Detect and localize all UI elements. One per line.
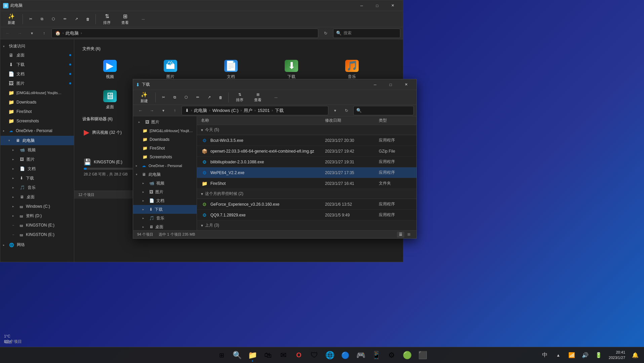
popup-forward-button[interactable]: → xyxy=(147,106,157,115)
popup-delete-button[interactable]: 🗑 xyxy=(215,94,226,101)
taskbar-game-button[interactable]: 🎮 xyxy=(353,348,368,363)
file-row-fireshot-folder[interactable]: 📁 FireShot 2023/1/27 16:41 文件夹 xyxy=(197,178,416,189)
taskbar-arrow-button[interactable]: ▲ xyxy=(552,349,564,361)
folder-videos[interactable]: ▶ 视频 xyxy=(80,54,140,85)
popup-minimize-button[interactable]: ─ xyxy=(367,79,383,90)
taskbar-phone-button[interactable]: 📱 xyxy=(369,348,384,363)
file-row-bcut[interactable]: ⚙ Bcut-Win3.3.5.exe 2023/1/27 20:30 应用程序 xyxy=(197,135,416,146)
taskbar-office-button[interactable]: O xyxy=(291,348,306,363)
taskbar-settings-button[interactable]: ⚙ xyxy=(384,348,399,363)
popup-maximize-button[interactable]: □ xyxy=(383,79,398,90)
taskbar-edge-button[interactable]: 🌐 xyxy=(322,348,337,363)
psb-item-music3[interactable]: ▸ 🎵 音乐 xyxy=(133,214,197,223)
sidebar-item-downloads[interactable]: ⬇ 下载 xyxy=(0,60,74,69)
popup-close-button[interactable]: ✕ xyxy=(398,79,414,90)
sidebar-item-videos[interactable]: ▸ 📹 视频 xyxy=(0,145,74,155)
close-button[interactable]: ✕ xyxy=(385,0,400,11)
taskbar-security-button[interactable]: 🛡 xyxy=(307,348,322,363)
start-button[interactable]: ⊞ xyxy=(214,348,229,363)
delete-button[interactable]: 🗑 xyxy=(83,16,93,23)
group-thismonth[interactable]: ▾ 这个月的早些时候 (2) xyxy=(197,189,416,199)
psb-item-pics3[interactable]: ▸ 🖼 图片 xyxy=(133,188,197,196)
forward-button[interactable]: → xyxy=(15,29,25,38)
recent-button[interactable]: ▾ xyxy=(27,29,37,38)
group-lastmonth[interactable]: ▾ 上月 (3) xyxy=(197,220,416,230)
sidebar-item-dmg[interactable]: 📁 [DMG&LoliHouse] Youjitsu 2 [WebRi... xyxy=(0,88,74,97)
taskbar-notification-button[interactable]: 🔔 xyxy=(629,349,641,361)
sidebar-item-ddrive[interactable]: ▸ 🖴 资料 (D:) xyxy=(0,211,74,220)
rename-button[interactable]: ✏ xyxy=(60,15,70,23)
psb-item-screenshots2[interactable]: 📁 Screenshots xyxy=(133,153,197,161)
sidebar-item-thispc[interactable]: ▾ 🖥 此电脑 xyxy=(0,136,74,145)
file-row-bili[interactable]: ⚙ bilibiliuploader-2.3.0.1088.exe 2023/1… xyxy=(197,157,416,167)
popup-share-button[interactable]: ↗ xyxy=(204,94,214,101)
popup-cut-button[interactable]: ✂ xyxy=(158,94,168,101)
view-button[interactable]: ⊞ 查看 xyxy=(117,12,133,27)
minimize-button[interactable]: ─ xyxy=(354,0,369,11)
popup-paste-button[interactable]: ⬡ xyxy=(181,94,191,101)
popup-search-box[interactable]: 🔍 xyxy=(353,106,414,115)
sidebar-item-downloads-folder[interactable]: 📁 Downloads xyxy=(0,97,74,107)
group-today[interactable]: ▾ 今天 (5) xyxy=(197,125,416,135)
taskbar-explorer-button[interactable]: 📁 xyxy=(245,348,260,363)
quick-access-header[interactable]: ▾ 快速访问 xyxy=(0,42,74,50)
sidebar-item-edrive[interactable]: – 🖴 KINGSTON (E:) xyxy=(0,220,74,230)
popup-sort-button[interactable]: ⇅ 排序 xyxy=(231,91,248,104)
sort-button[interactable]: ⇅ 排序 xyxy=(98,12,115,27)
taskbar-chrome-button[interactable]: 🔵 xyxy=(338,348,353,363)
popup-view-button[interactable]: ⊞ 查看 xyxy=(249,91,266,104)
taskbar-green-button[interactable]: 🟢 xyxy=(400,348,414,363)
psb-item-pictures[interactable]: ▸ 🖼 图片 xyxy=(133,118,197,126)
popup-new-button[interactable]: ✨ 新建 xyxy=(136,90,153,105)
sidebar-item-edrive2[interactable]: – 🖴 KINGSTON (E:) xyxy=(0,230,74,239)
popup-dropdown-button[interactable]: ▾ xyxy=(330,106,340,115)
popup-recent-button[interactable]: ▾ xyxy=(159,106,168,115)
psb-item-videos2[interactable]: ▸ 📹 视频 xyxy=(133,179,197,188)
cut-button[interactable]: ✂ xyxy=(26,15,36,23)
file-row-wepe[interactable]: ⚙ WePE64_V2.2.exe 2023/1/27 17:35 应用程序 xyxy=(197,167,416,178)
refresh-button[interactable]: ↻ xyxy=(321,29,330,38)
taskbar-search-button[interactable]: 🔍 xyxy=(230,348,244,363)
grid-view-btn[interactable]: ⊞ xyxy=(405,232,412,238)
sidebar-item-screenshots[interactable]: 📁 Screenshots xyxy=(0,116,74,126)
taskbar-mail-button[interactable]: ✉ xyxy=(276,348,291,363)
file-row-qq97[interactable]: ⚙ QQ9.7.1.28929.exe 2023/1/5 9:49 应用程序 xyxy=(197,210,416,220)
search-box[interactable]: 🔍 搜索 xyxy=(333,29,400,38)
sidebar-item-pics2[interactable]: ▸ 🖼 图片 xyxy=(0,155,74,164)
file-row-openwrt[interactable]: 📦 openwrt-22.03.3-x86-64-generic-ext4-co… xyxy=(197,146,416,157)
popup-more-button[interactable]: ··· xyxy=(268,94,284,101)
popup-up-button[interactable]: ↑ xyxy=(170,106,179,115)
taskbar-wifi-button[interactable]: 📶 xyxy=(566,349,578,361)
psb-item-dmg[interactable]: 📁 [DMG&LoliHouse] Youjitsu 2 [Web... xyxy=(133,126,197,135)
sidebar-item-desktop2[interactable]: ▸ 🖥 桌面 xyxy=(0,192,74,202)
back-button[interactable]: ← xyxy=(3,29,12,38)
psb-item-desktop3[interactable]: ▸ 🖥 桌面 xyxy=(133,223,197,230)
up-button[interactable]: ↑ xyxy=(39,29,49,38)
taskbar-store-button[interactable]: 🛍 xyxy=(260,348,275,363)
new-button[interactable]: ✨ 新建 xyxy=(3,12,20,27)
taskbar-battery-button[interactable]: 🔋 xyxy=(593,349,605,361)
popup-refresh-button[interactable]: ↻ xyxy=(342,106,351,115)
psb-item-docs3[interactable]: ▸ 📄 文档 xyxy=(133,196,197,205)
sidebar-item-pictures[interactable]: 🖼 图片 xyxy=(0,79,74,88)
copy-button[interactable]: ⧉ xyxy=(37,15,47,23)
popup-copy-button[interactable]: ⧉ xyxy=(170,94,180,101)
onedrive-header[interactable]: ▸ ☁ OneDrive - Personal xyxy=(0,127,74,134)
sidebar-item-cdrive[interactable]: ▸ 🖴 Windows (C:) xyxy=(0,202,74,211)
share-button[interactable]: ↗ xyxy=(71,15,81,23)
psb-header-onedrive[interactable]: ▸ ☁ OneDrive - Personal xyxy=(133,161,197,170)
network-header[interactable]: ▸ 🌐 网络 xyxy=(0,241,74,249)
paste-button[interactable]: ⬡ xyxy=(48,15,58,23)
taskbar-terminal-button[interactable]: ⬛ xyxy=(415,348,430,363)
sidebar-item-docs2[interactable]: ▸ 📄 文档 xyxy=(0,164,74,173)
taskbar-volume-button[interactable]: 🔊 xyxy=(579,349,591,361)
popup-back-button[interactable]: ← xyxy=(136,106,145,115)
psb-item-dl3[interactable]: ▸ ⬇ 下载 xyxy=(133,205,197,214)
psb-header-thispc[interactable]: ▾ 🖥 此电脑 xyxy=(133,170,197,179)
sidebar-item-fireshot[interactable]: 📁 FireShot xyxy=(0,107,74,116)
sidebar-item-dl2[interactable]: ▸ ⬇ 下载 xyxy=(0,173,74,183)
sidebar-item-desktop[interactable]: 🖥 桌面 xyxy=(0,50,74,60)
psb-item-fireshot2[interactable]: 📁 FireShot xyxy=(133,144,197,153)
more-button[interactable]: ··· xyxy=(135,16,152,23)
psb-item-downloads2[interactable]: 📁 Downloads xyxy=(133,135,197,144)
